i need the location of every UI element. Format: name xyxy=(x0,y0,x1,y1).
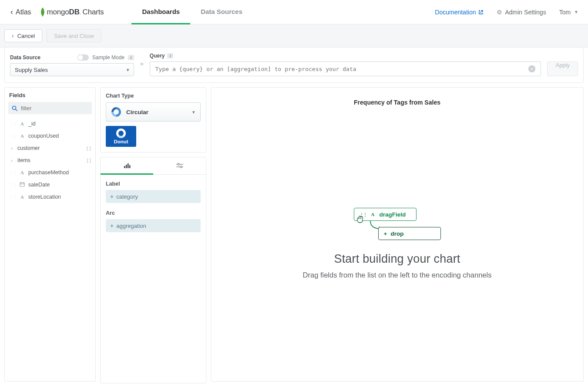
sample-mode-toggle[interactable] xyxy=(77,54,89,61)
query-input[interactable] xyxy=(155,66,524,72)
calendar-type-icon xyxy=(19,182,25,188)
text-type-icon: A xyxy=(19,194,25,200)
bar-chart-icon xyxy=(124,163,131,168)
svg-rect-6 xyxy=(124,166,125,168)
field-row-purchaseMethod[interactable]: ⋮⋮ApurchaseMethod xyxy=(5,166,95,179)
svg-point-13 xyxy=(180,166,182,168)
chart-subtype-donut[interactable]: Donut xyxy=(106,126,136,147)
field-name: _id xyxy=(28,121,36,127)
brand-logo: mongoDB.Charts xyxy=(39,7,104,17)
text-type-icon: A xyxy=(19,121,25,126)
grip-icon: ⋮⋮ xyxy=(9,134,16,139)
search-icon xyxy=(12,105,17,111)
empty-subtext: Drag fields from the list on the left to… xyxy=(303,271,492,279)
grab-hand-icon xyxy=(356,215,365,224)
tab-dashboards[interactable]: Dashboards xyxy=(131,0,190,24)
field-name: customer xyxy=(17,145,40,151)
field-name: purchaseMethod xyxy=(28,169,69,176)
field-row-_id[interactable]: ⋮⋮A_id xyxy=(5,118,95,130)
data-source-label: Data Source xyxy=(10,54,40,61)
label-dropzone[interactable]: + category xyxy=(106,190,201,203)
field-row-items[interactable]: ›items[ ] xyxy=(5,154,95,166)
clear-query-icon[interactable]: ✕ xyxy=(528,65,535,72)
info-icon[interactable]: i xyxy=(128,55,134,60)
query-label: Query i xyxy=(150,53,541,59)
config-bar: Data Source Sample Mode i Supply Sales ▾… xyxy=(4,47,584,83)
documentation-link[interactable]: Documentation xyxy=(435,9,484,16)
text-type-icon: A xyxy=(19,133,25,139)
chart-type-dropdown[interactable]: Circular ▾ xyxy=(106,102,201,122)
atlas-link[interactable]: Atlas xyxy=(16,8,31,16)
arc-section-heading: Arc xyxy=(106,210,201,216)
donut-icon xyxy=(116,129,126,138)
sliders-icon xyxy=(176,163,183,168)
info-icon[interactable]: i xyxy=(167,53,173,58)
svg-rect-8 xyxy=(128,163,129,168)
top-nav: ‹ Atlas mongoDB.Charts Dashboards Data S… xyxy=(0,0,588,24)
collapse-icon[interactable]: » xyxy=(140,60,144,69)
fields-heading: Fields xyxy=(5,88,95,102)
customize-tab[interactable] xyxy=(153,157,206,175)
plus-icon: + xyxy=(384,230,387,237)
circular-icon xyxy=(111,107,121,117)
arc-dropzone[interactable]: + aggregation xyxy=(106,219,201,232)
chart-type-heading: Chart Type xyxy=(106,93,201,99)
fields-panel: Fields ⋮⋮A_id⋮⋮AcouponUsed›customer{ }›i… xyxy=(4,87,96,382)
field-row-saleDate[interactable]: ⋮⋮saleDate xyxy=(5,179,95,191)
grip-icon: ⋮⋮ xyxy=(9,195,16,200)
chevron-left-icon: ‹ xyxy=(12,32,14,39)
object-type-icon: { } xyxy=(87,146,91,151)
svg-rect-9 xyxy=(129,165,131,168)
plus-icon: + xyxy=(110,222,114,229)
external-link-icon xyxy=(478,10,484,15)
encoding-tabs xyxy=(101,157,206,175)
svg-point-12 xyxy=(178,163,179,165)
field-name: saleDate xyxy=(28,182,50,188)
sample-mode-label: Sample Mode xyxy=(92,54,124,61)
query-input-wrap: ✕ xyxy=(150,61,541,76)
grip-icon: ⋮⋮ xyxy=(9,170,16,175)
field-name: storeLocation xyxy=(28,194,61,200)
field-row-customer[interactable]: ›customer{ } xyxy=(5,142,95,154)
chevron-right-icon: › xyxy=(9,158,14,163)
encoding-panel: Label + category Arc + aggregation xyxy=(100,157,206,383)
field-row-storeLocation[interactable]: ⋮⋮AstoreLocation xyxy=(5,191,95,203)
action-bar: ‹ Cancel Save and Close xyxy=(0,24,588,47)
tab-data-sources[interactable]: Data Sources xyxy=(190,0,253,24)
field-list: ⋮⋮A_id⋮⋮AcouponUsed›customer{ }›items[ ]… xyxy=(5,117,95,204)
fields-filter-input[interactable] xyxy=(21,105,94,112)
chart-type-panel: Chart Type Circular ▾ Donut xyxy=(100,87,206,152)
svg-rect-7 xyxy=(126,165,127,168)
chart-title: Frequency of Tags from Sales xyxy=(354,99,440,106)
array-type-icon: [ ] xyxy=(87,158,91,163)
mongodb-leaf-icon xyxy=(39,7,46,17)
caret-down-icon: ▾ xyxy=(127,67,129,73)
data-source-dropdown[interactable]: Supply Sales ▾ xyxy=(10,63,134,76)
svg-line-1 xyxy=(16,109,17,111)
nav-tabs: Dashboards Data Sources xyxy=(131,0,253,24)
chart-subtype-row: Donut xyxy=(106,126,201,147)
field-row-couponUsed[interactable]: ⋮⋮AcouponUsed xyxy=(5,130,95,142)
chevron-right-icon: › xyxy=(9,146,14,151)
save-and-close-button: Save and Close xyxy=(47,29,101,42)
gear-icon: ⚙ xyxy=(497,9,502,16)
field-name: items xyxy=(17,157,30,163)
caret-down-icon: ▼ xyxy=(574,10,578,14)
plus-icon: + xyxy=(110,193,114,200)
back-chevron-icon[interactable]: ‹ xyxy=(10,7,13,17)
cancel-button[interactable]: ‹ Cancel xyxy=(4,29,42,42)
encode-tab[interactable] xyxy=(101,157,153,175)
label-section-heading: Label xyxy=(106,181,201,187)
fields-filter[interactable] xyxy=(8,102,92,114)
user-menu[interactable]: Tom ▼ xyxy=(559,9,578,16)
caret-down-icon: ▾ xyxy=(192,109,195,115)
admin-settings-link[interactable]: ⚙ Admin Settings xyxy=(497,9,546,16)
text-type-icon: A xyxy=(19,170,25,175)
empty-state: ⋮⋮ A dragField + drop Start building you… xyxy=(303,208,492,279)
main-area: Fields ⋮⋮A_id⋮⋮AcouponUsed›customer{ }›i… xyxy=(0,83,588,386)
drag-drop-illustration: ⋮⋮ A dragField + drop xyxy=(354,208,441,240)
apply-button: Apply xyxy=(547,61,578,76)
empty-heading: Start building your chart xyxy=(334,252,460,266)
field-name: couponUsed xyxy=(28,133,59,139)
illustration-drop-box: + drop xyxy=(378,227,441,240)
